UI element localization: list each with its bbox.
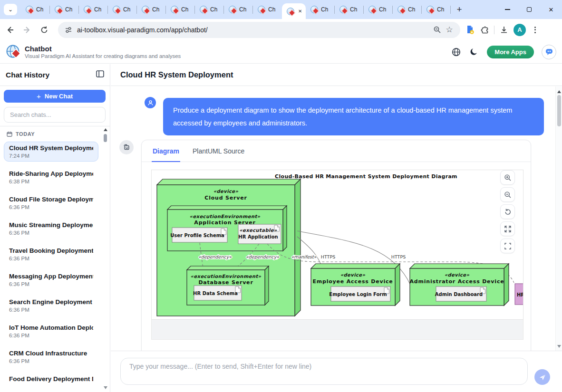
edge-label-https: HTTPS bbox=[321, 254, 335, 259]
docs-extension-icon[interactable] bbox=[465, 25, 475, 35]
site-settings-icon bbox=[65, 26, 72, 34]
svg-text:HR Data Schema: HR Data Schema bbox=[193, 291, 238, 296]
scroll-down-icon[interactable] bbox=[557, 345, 561, 348]
minimize-icon bbox=[505, 9, 510, 10]
visual-paradigm-favicon bbox=[310, 6, 318, 13]
visual-paradigm-favicon bbox=[287, 8, 294, 15]
extensions-puzzle-icon[interactable] bbox=[480, 25, 489, 35]
language-button[interactable] bbox=[451, 47, 461, 57]
svg-text:HR: HR bbox=[517, 292, 523, 297]
close-button[interactable]: ✕ bbox=[540, 0, 562, 19]
svg-text:Administrator Access Device: Administrator Access Device bbox=[410, 278, 504, 285]
back-icon bbox=[6, 26, 14, 34]
browser-tab[interactable]: Ch bbox=[195, 0, 224, 19]
diagram-title: Cloud-Based HR Management System Deploym… bbox=[275, 173, 457, 180]
chat-history-item[interactable]: Messaging App Deployment6:36 PM bbox=[4, 270, 98, 290]
browser-tab[interactable]: Ch bbox=[335, 0, 364, 19]
moon-icon bbox=[470, 48, 478, 56]
svg-text:«device»: «device» bbox=[340, 272, 366, 277]
tab-close-icon[interactable]: ✕ bbox=[298, 9, 302, 14]
reload-icon bbox=[40, 26, 48, 34]
browser-tab[interactable]: Ch bbox=[253, 0, 282, 19]
chat-history-item[interactable]: Search Engine Deployment ...6:36 PM bbox=[4, 296, 98, 316]
tab-diagram[interactable]: Diagram bbox=[153, 140, 179, 162]
scroll-down-icon[interactable] bbox=[104, 386, 107, 389]
scrollbar-thumb[interactable] bbox=[557, 95, 561, 126]
dark-mode-toggle[interactable] bbox=[469, 47, 479, 57]
browser-tab[interactable]: Ch bbox=[137, 0, 166, 19]
fullscreen-corners-icon bbox=[504, 242, 512, 250]
svg-text:HR Application: HR Application bbox=[238, 234, 278, 239]
svg-text:Database Server: Database Server bbox=[198, 279, 253, 286]
chat-history-item[interactable]: Cloud HR System Deployment7:24 PM bbox=[4, 142, 98, 162]
address-bar[interactable]: ai-toolbox.visual-paradigm.com/app/chatb… bbox=[58, 22, 460, 38]
browser-tab[interactable]: Ch bbox=[50, 0, 79, 19]
chat-history-list: Cloud HR System Deployment7:24 PMRide-Sh… bbox=[3, 142, 98, 391]
fit-screen-button[interactable] bbox=[500, 221, 515, 236]
forward-button[interactable] bbox=[20, 23, 34, 37]
scroll-up-icon[interactable] bbox=[557, 90, 561, 93]
maximize-button[interactable] bbox=[518, 0, 540, 19]
new-chat-button[interactable]: + New Chat bbox=[4, 90, 106, 103]
browser-tab[interactable]: Ch bbox=[306, 0, 335, 19]
zoom-indicator-button[interactable] bbox=[431, 24, 443, 36]
zoom-out-magnifier-icon bbox=[433, 26, 441, 34]
browser-tab[interactable]: Ch bbox=[224, 0, 253, 19]
browser-tab-active[interactable]: ✕ bbox=[282, 3, 306, 19]
back-button[interactable] bbox=[3, 23, 17, 37]
send-plane-icon bbox=[539, 373, 546, 381]
visual-paradigm-favicon bbox=[229, 6, 236, 13]
browser-tab[interactable]: Ch bbox=[79, 0, 108, 19]
browser-tab[interactable]: Ch bbox=[422, 0, 451, 19]
tab-search-button[interactable]: ⌄ bbox=[4, 4, 17, 15]
visual-paradigm-favicon bbox=[113, 6, 120, 13]
visual-paradigm-favicon bbox=[368, 6, 376, 13]
visual-paradigm-favicon bbox=[171, 6, 178, 13]
browser-tab[interactable]: Ch bbox=[166, 0, 195, 19]
chat-history-item[interactable]: Cloud File Storage Deployme...6:36 PM bbox=[4, 193, 98, 213]
svg-text:«executionEnvironment»: «executionEnvironment» bbox=[190, 214, 261, 219]
url-text[interactable]: ai-toolbox.visual-paradigm.com/app/chatb… bbox=[77, 26, 431, 34]
chat-scrollbar[interactable] bbox=[555, 86, 562, 351]
bookmark-button[interactable]: ☆ bbox=[443, 24, 455, 36]
zoom-out-button[interactable] bbox=[500, 187, 515, 202]
deployment-diagram-canvas[interactable]: Cloud-Based HR Management System Deploym… bbox=[151, 170, 523, 320]
visual-paradigm-favicon bbox=[55, 6, 62, 13]
browser-menu-button[interactable] bbox=[531, 25, 540, 35]
downloads-button[interactable] bbox=[499, 25, 509, 35]
collapse-sidebar-button[interactable] bbox=[96, 70, 104, 79]
chat-history-item[interactable]: IoT Home Automation Deplo...6:36 PM bbox=[4, 321, 98, 341]
message-input[interactable] bbox=[120, 358, 528, 385]
chat-history-item[interactable]: Food Delivery Deployment D... bbox=[4, 373, 98, 391]
chat-history-item[interactable]: Ride-Sharing App Deployment6:38 PM bbox=[4, 167, 98, 187]
new-tab-button[interactable]: + bbox=[453, 3, 466, 16]
svg-text:Employee Login Form: Employee Login Form bbox=[329, 292, 387, 297]
chat-support-button[interactable] bbox=[542, 45, 556, 59]
browser-tab[interactable]: Ch bbox=[108, 0, 137, 19]
search-chats-input[interactable] bbox=[4, 107, 106, 123]
scroll-up-icon[interactable] bbox=[104, 128, 107, 131]
minimize-button[interactable] bbox=[496, 0, 518, 19]
send-button[interactable] bbox=[534, 369, 550, 385]
profile-avatar[interactable]: A bbox=[514, 24, 526, 36]
more-apps-button[interactable]: More Apps bbox=[487, 46, 534, 58]
visual-paradigm-favicon bbox=[200, 6, 207, 13]
browser-tab[interactable]: Ch bbox=[393, 0, 422, 19]
browser-tab[interactable]: Ch bbox=[364, 0, 393, 19]
chat-history-item[interactable]: Travel Booking Deployment ...6:36 PM bbox=[4, 244, 98, 264]
reload-button[interactable] bbox=[37, 23, 51, 37]
svg-text:«executable»: «executable» bbox=[239, 228, 277, 233]
sidebar-scrollbar[interactable] bbox=[103, 127, 108, 392]
zoom-in-button[interactable] bbox=[500, 170, 515, 185]
chat-history-item[interactable]: Music Streaming Deployment6:36 PM bbox=[4, 219, 98, 239]
fullscreen-button[interactable] bbox=[500, 239, 515, 253]
diagram-viewer-background bbox=[151, 320, 523, 340]
browser-tab[interactable]: Ch bbox=[21, 0, 50, 19]
reset-view-button[interactable] bbox=[500, 204, 515, 219]
window-controls: ✕ bbox=[496, 0, 562, 19]
scrollbar-thumb[interactable] bbox=[104, 134, 107, 142]
tab-plantuml-source[interactable]: PlantUML Source bbox=[193, 140, 244, 162]
section-label: TODAY bbox=[16, 131, 35, 137]
app-title: Chatbot bbox=[25, 45, 181, 53]
chat-history-item[interactable]: CRM Cloud Infrastructure6:36 PM bbox=[4, 347, 98, 367]
